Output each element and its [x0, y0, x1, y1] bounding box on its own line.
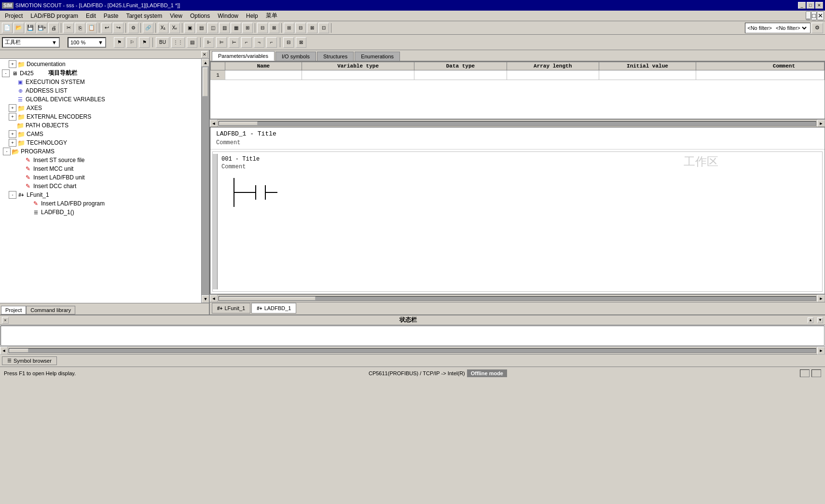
- tb2-btn4[interactable]: BU: [156, 37, 169, 48]
- print-btn[interactable]: 🖨: [48, 23, 59, 33]
- expand-tech[interactable]: +: [9, 139, 16, 147]
- work-scroll-right[interactable]: ►: [817, 295, 825, 302]
- insert1-btn[interactable]: ▣: [184, 23, 195, 33]
- expand-axes[interactable]: +: [9, 104, 16, 112]
- restore-btn[interactable]: □: [807, 2, 814, 9]
- tab-command-library[interactable]: Command library: [26, 306, 75, 314]
- new-btn[interactable]: 📄: [2, 23, 13, 33]
- connect-btn[interactable]: 🔗: [143, 23, 153, 33]
- status-close-btn[interactable]: ×: [2, 317, 9, 324]
- status-scroll-left[interactable]: ◄: [0, 347, 8, 354]
- tab-structures[interactable]: Structures: [317, 52, 354, 61]
- tb2-btn3[interactable]: ⚑: [139, 37, 150, 48]
- close-btn[interactable]: ✕: [815, 2, 823, 9]
- insert6-btn[interactable]: ⊞: [242, 23, 253, 33]
- tb2-btn2[interactable]: ⚐: [126, 37, 137, 48]
- tab-io-symbols[interactable]: I/O symbols: [275, 52, 316, 61]
- zoom-dropdown-icon[interactable]: ▼: [98, 40, 103, 45]
- tb2-btn11[interactable]: ¬: [254, 37, 264, 48]
- io1-btn[interactable]: ⊟: [257, 23, 268, 33]
- tree-insert-st[interactable]: ✎ Insert ST source file: [1, 156, 200, 164]
- menu-project[interactable]: Project: [1, 12, 27, 20]
- expand-cams[interactable]: +: [9, 130, 16, 138]
- work-scroll-thumb[interactable]: [219, 297, 316, 300]
- copy-btn[interactable]: ⎘: [75, 23, 85, 33]
- special-btn[interactable]: ⚙: [128, 23, 138, 33]
- tree-ladfbd1[interactable]: ☰ LADFBD_1(): [1, 208, 200, 217]
- tab-lfunit1[interactable]: #+ LFunit_1: [212, 303, 250, 313]
- save-btn[interactable]: 💾: [25, 23, 36, 33]
- redo-btn[interactable]: ↪: [113, 23, 124, 33]
- tree-scroll-up[interactable]: ▲: [202, 59, 209, 67]
- menu-cjk[interactable]: 菜单: [262, 11, 281, 21]
- tb2-btn12[interactable]: ⌐: [266, 37, 277, 48]
- cell-initval[interactable]: [599, 70, 696, 80]
- tree-documentation[interactable]: + 📁 Documentation: [1, 60, 200, 68]
- table-row[interactable]: 1: [211, 70, 825, 80]
- tree-programs[interactable]: - 📂 PROGRAMS: [1, 147, 200, 156]
- x1-btn[interactable]: X₁: [158, 23, 168, 33]
- tree-insert-prog[interactable]: ✎ Insert LAD/FBD program: [1, 199, 200, 208]
- tree-tech[interactable]: + 📁 TECHNOLOGY: [1, 138, 200, 147]
- xe-btn[interactable]: Xₑ: [169, 23, 180, 33]
- menu-paste[interactable]: Paste: [100, 12, 123, 20]
- tree-lfunit1[interactable]: - #+ LFunit_1: [1, 191, 200, 199]
- tree-scroll-thumb[interactable]: [203, 68, 208, 96]
- view3-btn[interactable]: ⊠: [307, 23, 317, 33]
- work-scroll-left[interactable]: ◄: [210, 295, 218, 302]
- cell-comment[interactable]: [696, 70, 825, 80]
- paste-btn[interactable]: 📋: [86, 23, 97, 33]
- insert4-btn[interactable]: ▥: [219, 23, 230, 33]
- tb2-btn6[interactable]: ▤: [187, 37, 197, 48]
- table-scroll-thumb[interactable]: [219, 122, 258, 125]
- filter-settings-btn[interactable]: ⚙: [811, 23, 823, 33]
- tree-ext-enc[interactable]: + 📁 EXTERNAL ENCODERS: [1, 112, 200, 121]
- insert5-btn[interactable]: ▦: [231, 23, 241, 33]
- table-scroll-right[interactable]: ►: [817, 120, 825, 127]
- tree-scroll-down[interactable]: ▼: [202, 295, 209, 303]
- open-btn[interactable]: 📂: [14, 23, 24, 33]
- tab-project[interactable]: Project: [1, 306, 26, 314]
- expand-ext[interactable]: +: [9, 113, 16, 121]
- tb2-btn10[interactable]: ⌐: [241, 37, 252, 48]
- tb2-btn1[interactable]: ⚑: [114, 37, 124, 48]
- filter-combo[interactable]: <No filter> <No filter>: [745, 23, 811, 33]
- menu-target[interactable]: Target system: [122, 12, 166, 20]
- io2-btn[interactable]: ⊠: [269, 23, 279, 33]
- expand-d425[interactable]: -: [2, 69, 10, 77]
- tree-axes[interactable]: + 📁 AXES: [1, 104, 200, 112]
- filter-select[interactable]: <No filter>: [774, 25, 808, 31]
- menu-ladfbd[interactable]: LAD/FBD program: [27, 12, 82, 20]
- tb2-btn9[interactable]: ⊢: [229, 37, 239, 48]
- cell-vartype[interactable]: [302, 70, 414, 80]
- tree-insert-ladfbd[interactable]: ✎ Insert LAD/FBD unit: [1, 173, 200, 182]
- menu-options[interactable]: Options: [186, 12, 214, 20]
- menu-restore-btn[interactable]: □: [811, 11, 817, 20]
- cell-datatype[interactable]: [414, 70, 507, 80]
- tb2-btn13[interactable]: ⊟: [283, 37, 294, 48]
- status-scroll-thumb[interactable]: [9, 349, 28, 353]
- tb2-btn14[interactable]: ⊠: [296, 37, 306, 48]
- insert2-btn[interactable]: ▤: [196, 23, 206, 33]
- status-scroll-right[interactable]: ►: [817, 347, 825, 354]
- tree-insert-dcc[interactable]: ✎ Insert DCC chart: [1, 182, 200, 191]
- insert3-btn[interactable]: ◫: [207, 23, 218, 33]
- menu-view[interactable]: View: [166, 12, 186, 20]
- left-panel-close[interactable]: ✕: [201, 51, 208, 58]
- tree-exec-sys[interactable]: ▣ EXECUTION SYSTEM: [1, 78, 200, 86]
- minimize-btn[interactable]: _: [798, 2, 806, 9]
- status-scroll-up[interactable]: ▲: [808, 317, 813, 323]
- cell-name[interactable]: [225, 70, 302, 80]
- tree-path[interactable]: 📁 PATH OBJECTS: [1, 121, 200, 130]
- save-all-btn[interactable]: 💾+: [37, 23, 47, 33]
- tree-insert-mcc[interactable]: ✎ Insert MCC unit: [1, 164, 200, 173]
- tree-addr[interactable]: ⊕ ADDRESS LIST: [1, 86, 200, 95]
- undo-btn[interactable]: ↩: [101, 23, 112, 33]
- cut-btn[interactable]: ✂: [63, 23, 74, 33]
- toolbar-dropdown-icon[interactable]: ▼: [52, 40, 57, 45]
- view1-btn[interactable]: ⊞: [284, 23, 294, 33]
- menu-help[interactable]: Help: [242, 12, 262, 20]
- tree-d425[interactable]: - 🖥 D425 项目导航栏: [1, 68, 200, 78]
- menu-edit[interactable]: Edit: [82, 12, 100, 20]
- tree-glob[interactable]: ☰ GLOBAL DEVICE VARIABLES: [1, 95, 200, 104]
